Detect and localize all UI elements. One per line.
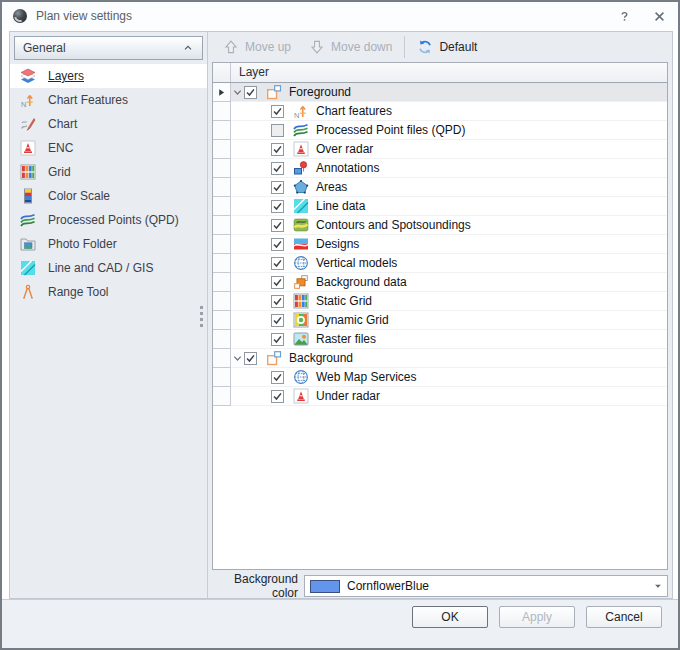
- tree-row-background[interactable]: Background: [213, 349, 667, 368]
- row-checkbox[interactable]: [271, 219, 284, 232]
- row-checkbox[interactable]: [271, 181, 284, 194]
- sidebar-item-label: Range Tool: [48, 285, 109, 299]
- color-swatch: [310, 580, 340, 593]
- sidebar-item-enc[interactable]: ENC: [10, 136, 207, 160]
- chevron-down-icon[interactable]: [649, 576, 667, 596]
- tree-row-designs[interactable]: Designs: [213, 235, 667, 254]
- row-checkbox[interactable]: [271, 238, 284, 251]
- row-checkbox[interactable]: [271, 295, 284, 308]
- tree-row-label: Static Grid: [316, 294, 372, 308]
- annotations-icon: [293, 160, 309, 176]
- app-icon: [12, 8, 28, 24]
- move-up-label: Move up: [245, 40, 291, 54]
- chevron-up-icon[interactable]: [182, 42, 194, 54]
- ok-button[interactable]: OK: [412, 606, 488, 628]
- sidebar-item-range-tool[interactable]: Range Tool: [10, 280, 207, 304]
- tree-row-content[interactable]: Vertical models: [231, 254, 667, 273]
- sidebar-item-processed-points-qpd[interactable]: Processed Points (QPD): [10, 208, 207, 232]
- row-checkbox[interactable]: [271, 200, 284, 213]
- sidebar-item-chart[interactable]: Chart: [10, 112, 207, 136]
- move-up-button[interactable]: Move up: [214, 35, 300, 59]
- cancel-button[interactable]: Cancel: [586, 606, 662, 628]
- sidebar-item-chart-features[interactable]: NChart Features: [10, 88, 207, 112]
- apply-button[interactable]: Apply: [499, 606, 575, 628]
- web-map-services-icon: [293, 369, 309, 385]
- default-label: Default: [439, 40, 477, 54]
- tree-row-content[interactable]: Web Map Services: [231, 368, 667, 387]
- row-checkbox[interactable]: [271, 105, 284, 118]
- row-checkbox[interactable]: [244, 352, 257, 365]
- tree-row-content[interactable]: Raster files: [231, 330, 667, 349]
- row-indicator-cell: [213, 387, 231, 406]
- tree-row-content[interactable]: Background data: [231, 273, 667, 292]
- tree-row-raster-files[interactable]: Raster files: [213, 330, 667, 349]
- tree-row-content[interactable]: Annotations: [231, 159, 667, 178]
- default-button[interactable]: Default: [408, 35, 486, 59]
- tree-row-chart-features[interactable]: NChart features: [213, 102, 667, 121]
- tree-row-content[interactable]: Areas: [231, 178, 667, 197]
- tree-row-foreground[interactable]: Foreground: [213, 83, 667, 102]
- chart-features-icon: N: [293, 103, 309, 119]
- tree-row-content[interactable]: Processed Point files (QPD): [231, 121, 667, 140]
- tree-row-contours-and-spotsoundings[interactable]: Contours and Spotsoundings: [213, 216, 667, 235]
- tree-row-areas[interactable]: Areas: [213, 178, 667, 197]
- tree-row-content[interactable]: Designs: [231, 235, 667, 254]
- content-panel: General LayersNChart FeaturesChartENCGri…: [9, 31, 673, 599]
- sidebar-group-header[interactable]: General: [14, 36, 203, 60]
- row-checkbox[interactable]: [271, 124, 284, 137]
- tree-row-content[interactable]: Dynamic Grid: [231, 311, 667, 330]
- tree-row-web-map-services[interactable]: Web Map Services: [213, 368, 667, 387]
- layer-column-header[interactable]: Layer: [231, 63, 667, 82]
- background-color-combobox[interactable]: CornflowerBlue: [304, 575, 668, 597]
- tree-row-vertical-models[interactable]: Vertical models: [213, 254, 667, 273]
- row-checkbox[interactable]: [271, 390, 284, 403]
- tree-row-static-grid[interactable]: Static Grid: [213, 292, 667, 311]
- tree-row-line-data[interactable]: Line data: [213, 197, 667, 216]
- sidebar-item-color-scale[interactable]: Color Scale: [10, 184, 207, 208]
- tree-row-content[interactable]: Line data: [231, 197, 667, 216]
- tree-row-background-data[interactable]: Background data: [213, 273, 667, 292]
- color-scale-icon: [20, 188, 36, 204]
- row-indicator-cell: [213, 292, 231, 311]
- sidebar-item-photo-folder[interactable]: Photo Folder: [10, 232, 207, 256]
- sidebar-item-line-and-cad-gis[interactable]: Line and CAD / GIS: [10, 256, 207, 280]
- tree-row-over-radar[interactable]: Over radar: [213, 140, 667, 159]
- row-checkbox[interactable]: [271, 143, 284, 156]
- chevron-down-icon[interactable]: [231, 353, 244, 364]
- row-checkbox[interactable]: [271, 162, 284, 175]
- sidebar-item-list: LayersNChart FeaturesChartENCGridColor S…: [10, 64, 207, 304]
- sidebar-item-label: Grid: [48, 165, 71, 179]
- row-checkbox[interactable]: [271, 333, 284, 346]
- tree-row-content[interactable]: NChart features: [231, 102, 667, 121]
- close-icon[interactable]: [653, 10, 666, 23]
- tree-row-dynamic-grid[interactable]: Dynamic Grid: [213, 311, 667, 330]
- tree-row-content[interactable]: Under radar: [231, 387, 667, 406]
- radar-buoy-icon: [293, 388, 309, 404]
- sidebar-item-layers[interactable]: Layers: [10, 64, 207, 88]
- splitter-handle[interactable]: [200, 306, 204, 330]
- tree-row-content[interactable]: Over radar: [231, 140, 667, 159]
- enc-icon: [20, 140, 36, 156]
- help-icon[interactable]: [618, 10, 631, 23]
- tree-row-content[interactable]: Foreground: [231, 83, 667, 102]
- raster-files-icon: [293, 331, 309, 347]
- row-indicator-cell: [213, 178, 231, 197]
- row-checkbox[interactable]: [271, 257, 284, 270]
- tree-row-content[interactable]: Contours and Spotsoundings: [231, 216, 667, 235]
- row-checkbox[interactable]: [271, 314, 284, 327]
- tree-row-label: Processed Point files (QPD): [316, 123, 465, 137]
- row-checkbox[interactable]: [271, 276, 284, 289]
- tree-row-under-radar[interactable]: Under radar: [213, 387, 667, 406]
- tree-row-content[interactable]: Background: [231, 349, 667, 368]
- sidebar-item-grid[interactable]: Grid: [10, 160, 207, 184]
- chevron-down-icon[interactable]: [231, 87, 244, 98]
- title-bar[interactable]: Plan view settings: [2, 2, 678, 30]
- row-checkbox[interactable]: [271, 371, 284, 384]
- tree-row-annotations[interactable]: Annotations: [213, 159, 667, 178]
- sidebar-item-label: Processed Points (QPD): [48, 213, 179, 227]
- tree-row-content[interactable]: Static Grid: [231, 292, 667, 311]
- tree-row-processed-point-files-qpd[interactable]: Processed Point files (QPD): [213, 121, 667, 140]
- row-checkbox[interactable]: [244, 86, 257, 99]
- move-down-button[interactable]: Move down: [300, 35, 401, 59]
- row-indicator-cell: [213, 140, 231, 159]
